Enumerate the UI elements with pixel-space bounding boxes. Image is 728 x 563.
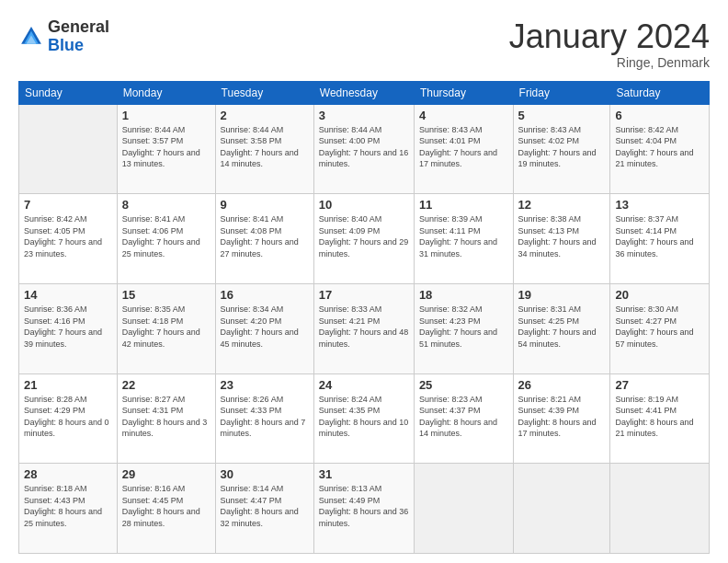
day-number: 4 [419, 109, 508, 122]
logo-general-text: General [48, 17, 109, 36]
day-number: 13 [615, 198, 704, 212]
day-detail: Sunrise: 8:31 AMSunset: 4:25 PMDaylight:… [518, 304, 606, 350]
day-number: 29 [122, 467, 210, 481]
logo-text: General Blue [48, 18, 109, 55]
day-detail: Sunrise: 8:24 AMSunset: 4:35 PMDaylight:… [319, 394, 409, 440]
day-number: 6 [615, 109, 704, 122]
calendar-header: SundayMondayTuesdayWednesdayThursdayFrid… [19, 81, 710, 104]
calendar-table: SundayMondayTuesdayWednesdayThursdayFrid… [18, 81, 710, 554]
logo-blue-text: Blue [48, 36, 84, 54]
day-number: 9 [221, 198, 309, 212]
calendar-cell: 27Sunrise: 8:19 AMSunset: 4:41 PMDayligh… [610, 373, 710, 464]
day-of-week-thursday: Thursday [414, 81, 513, 104]
calendar-cell: 28Sunrise: 8:18 AMSunset: 4:43 PMDayligh… [19, 464, 118, 554]
calendar-cell: 5Sunrise: 8:43 AMSunset: 4:02 PMDaylight… [513, 104, 610, 194]
day-number: 2 [221, 109, 309, 122]
title-block: January 2024 Ringe, Denmark [509, 18, 710, 70]
calendar-cell: 16Sunrise: 8:34 AMSunset: 4:20 PMDayligh… [215, 283, 313, 373]
day-number: 25 [419, 378, 508, 392]
day-detail: Sunrise: 8:41 AMSunset: 4:06 PMDaylight:… [122, 213, 210, 259]
day-number: 17 [319, 288, 409, 302]
day-detail: Sunrise: 8:14 AMSunset: 4:47 PMDaylight:… [221, 483, 309, 529]
day-number: 15 [122, 288, 210, 302]
day-of-week-saturday: Saturday [610, 81, 710, 104]
calendar-cell: 9Sunrise: 8:41 AMSunset: 4:08 PMDaylight… [215, 194, 313, 284]
calendar-cell [513, 464, 610, 554]
day-number: 28 [24, 467, 112, 481]
day-detail: Sunrise: 8:40 AMSunset: 4:09 PMDaylight:… [319, 213, 409, 259]
day-detail: Sunrise: 8:26 AMSunset: 4:33 PMDaylight:… [221, 394, 309, 440]
day-detail: Sunrise: 8:13 AMSunset: 4:49 PMDaylight:… [319, 483, 409, 529]
calendar-cell: 10Sunrise: 8:40 AMSunset: 4:09 PMDayligh… [313, 194, 414, 284]
day-detail: Sunrise: 8:38 AMSunset: 4:13 PMDaylight:… [518, 213, 606, 259]
calendar-cell: 19Sunrise: 8:31 AMSunset: 4:25 PMDayligh… [513, 283, 610, 373]
subtitle: Ringe, Denmark [509, 55, 710, 70]
day-detail: Sunrise: 8:32 AMSunset: 4:23 PMDaylight:… [419, 304, 508, 350]
day-detail: Sunrise: 8:23 AMSunset: 4:37 PMDaylight:… [419, 394, 508, 440]
calendar-week-4: 21Sunrise: 8:28 AMSunset: 4:29 PMDayligh… [19, 373, 710, 464]
day-header-row: SundayMondayTuesdayWednesdayThursdayFrid… [19, 81, 710, 104]
day-number: 21 [24, 378, 112, 392]
day-number: 22 [122, 378, 210, 392]
logo: General Blue [18, 18, 109, 55]
calendar-cell: 11Sunrise: 8:39 AMSunset: 4:11 PMDayligh… [414, 194, 513, 284]
day-detail: Sunrise: 8:36 AMSunset: 4:16 PMDaylight:… [24, 304, 112, 350]
day-detail: Sunrise: 8:42 AMSunset: 4:05 PMDaylight:… [24, 213, 112, 259]
day-detail: Sunrise: 8:28 AMSunset: 4:29 PMDaylight:… [24, 394, 112, 440]
calendar-cell: 6Sunrise: 8:42 AMSunset: 4:04 PMDaylight… [610, 104, 710, 194]
day-detail: Sunrise: 8:44 AMSunset: 3:58 PMDaylight:… [221, 124, 309, 170]
day-number: 20 [615, 288, 704, 302]
day-detail: Sunrise: 8:16 AMSunset: 4:45 PMDaylight:… [122, 483, 210, 529]
day-number: 10 [319, 198, 409, 212]
day-number: 12 [518, 198, 606, 212]
calendar-cell: 29Sunrise: 8:16 AMSunset: 4:45 PMDayligh… [117, 464, 215, 554]
calendar-cell: 31Sunrise: 8:13 AMSunset: 4:49 PMDayligh… [313, 464, 414, 554]
calendar-cell: 26Sunrise: 8:21 AMSunset: 4:39 PMDayligh… [513, 373, 610, 464]
day-detail: Sunrise: 8:41 AMSunset: 4:08 PMDaylight:… [221, 213, 309, 259]
calendar-cell: 21Sunrise: 8:28 AMSunset: 4:29 PMDayligh… [19, 373, 118, 464]
header: General Blue January 2024 Ringe, Denmark [18, 18, 710, 70]
day-detail: Sunrise: 8:19 AMSunset: 4:41 PMDaylight:… [615, 394, 704, 440]
day-detail: Sunrise: 8:34 AMSunset: 4:20 PMDaylight:… [221, 304, 309, 350]
day-number: 14 [24, 288, 112, 302]
day-detail: Sunrise: 8:27 AMSunset: 4:31 PMDaylight:… [122, 394, 210, 440]
calendar-cell: 15Sunrise: 8:35 AMSunset: 4:18 PMDayligh… [117, 283, 215, 373]
day-number: 16 [221, 288, 309, 302]
day-detail: Sunrise: 8:30 AMSunset: 4:27 PMDaylight:… [615, 304, 704, 350]
logo-icon [18, 24, 44, 50]
day-number: 26 [518, 378, 606, 392]
day-detail: Sunrise: 8:44 AMSunset: 4:00 PMDaylight:… [319, 124, 409, 170]
day-detail: Sunrise: 8:37 AMSunset: 4:14 PMDaylight:… [615, 213, 704, 259]
day-number: 8 [122, 198, 210, 212]
calendar-cell: 23Sunrise: 8:26 AMSunset: 4:33 PMDayligh… [215, 373, 313, 464]
calendar-cell [414, 464, 513, 554]
calendar-cell: 3Sunrise: 8:44 AMSunset: 4:00 PMDaylight… [313, 104, 414, 194]
calendar-body: 1Sunrise: 8:44 AMSunset: 3:57 PMDaylight… [19, 104, 710, 553]
day-of-week-monday: Monday [117, 81, 215, 104]
calendar-cell: 30Sunrise: 8:14 AMSunset: 4:47 PMDayligh… [215, 464, 313, 554]
day-number: 19 [518, 288, 606, 302]
day-number: 31 [319, 467, 409, 481]
calendar-week-1: 1Sunrise: 8:44 AMSunset: 3:57 PMDaylight… [19, 104, 710, 194]
calendar-week-3: 14Sunrise: 8:36 AMSunset: 4:16 PMDayligh… [19, 283, 710, 373]
calendar-cell [610, 464, 710, 554]
day-detail: Sunrise: 8:44 AMSunset: 3:57 PMDaylight:… [122, 124, 210, 170]
calendar-cell [19, 104, 118, 194]
calendar-cell: 17Sunrise: 8:33 AMSunset: 4:21 PMDayligh… [313, 283, 414, 373]
day-of-week-wednesday: Wednesday [313, 81, 414, 104]
day-detail: Sunrise: 8:21 AMSunset: 4:39 PMDaylight:… [518, 394, 606, 440]
day-detail: Sunrise: 8:35 AMSunset: 4:18 PMDaylight:… [122, 304, 210, 350]
calendar-cell: 1Sunrise: 8:44 AMSunset: 3:57 PMDaylight… [117, 104, 215, 194]
calendar-cell: 25Sunrise: 8:23 AMSunset: 4:37 PMDayligh… [414, 373, 513, 464]
day-number: 11 [419, 198, 508, 212]
day-detail: Sunrise: 8:43 AMSunset: 4:02 PMDaylight:… [518, 124, 606, 170]
calendar-cell: 2Sunrise: 8:44 AMSunset: 3:58 PMDaylight… [215, 104, 313, 194]
calendar-cell: 14Sunrise: 8:36 AMSunset: 4:16 PMDayligh… [19, 283, 118, 373]
day-detail: Sunrise: 8:33 AMSunset: 4:21 PMDaylight:… [319, 304, 409, 350]
day-of-week-sunday: Sunday [19, 81, 118, 104]
calendar-week-5: 28Sunrise: 8:18 AMSunset: 4:43 PMDayligh… [19, 464, 710, 554]
day-number: 7 [24, 198, 112, 212]
day-of-week-tuesday: Tuesday [215, 81, 313, 104]
calendar-cell: 24Sunrise: 8:24 AMSunset: 4:35 PMDayligh… [313, 373, 414, 464]
calendar-cell: 4Sunrise: 8:43 AMSunset: 4:01 PMDaylight… [414, 104, 513, 194]
